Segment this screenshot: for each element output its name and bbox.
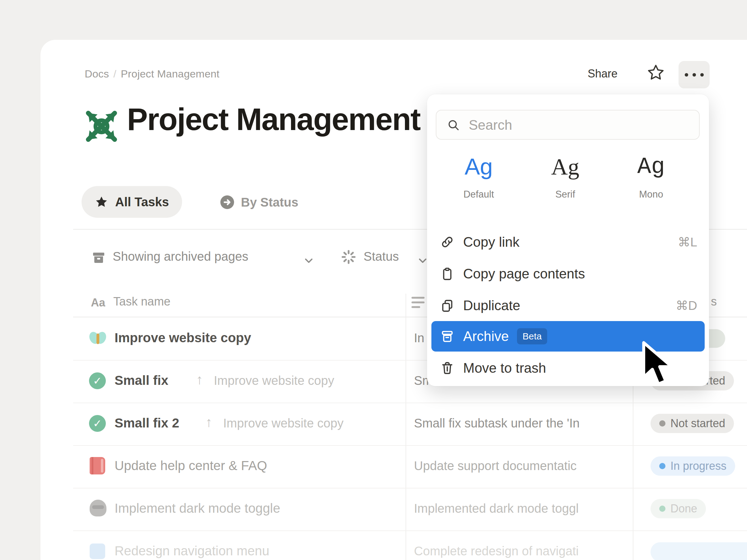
font-option-serif[interactable]: Ag Serif bbox=[531, 155, 599, 200]
menu-item-label: Duplicate bbox=[463, 298, 520, 313]
archived-filter[interactable]: Showing archived pages bbox=[113, 249, 248, 264]
link-icon bbox=[440, 235, 455, 249]
column-header-task-name[interactable]: Task name bbox=[113, 295, 171, 308]
tab-by-status[interactable]: By Status bbox=[220, 195, 299, 210]
duplicate-icon bbox=[440, 298, 455, 313]
archive-filter-icon bbox=[91, 250, 106, 265]
blue-tile-emoji-icon bbox=[89, 543, 105, 559]
status-badge[interactable]: In progress bbox=[650, 456, 735, 476]
search-icon bbox=[447, 118, 460, 132]
table-row[interactable]: Implement dark mode toggle Implemented d… bbox=[73, 488, 747, 531]
star-filled-icon bbox=[95, 195, 108, 209]
font-sample: Ag bbox=[617, 155, 686, 178]
subtask-arrow-icon: ↑ bbox=[196, 372, 203, 387]
parent-task-ref[interactable]: Improve website copy bbox=[214, 374, 334, 388]
breadcrumb-docs[interactable]: Docs bbox=[85, 68, 109, 80]
menu-item-copy-page-contents[interactable]: Copy page contents bbox=[436, 258, 700, 289]
mouse-cursor bbox=[639, 341, 675, 387]
breadcrumb: Docs/Project Management bbox=[85, 68, 220, 80]
page-icon-crossed-arrows[interactable] bbox=[80, 105, 123, 148]
favorite-star-icon[interactable] bbox=[647, 63, 665, 81]
task-title[interactable]: Small fix bbox=[114, 373, 169, 388]
status-filter[interactable]: Status bbox=[364, 249, 399, 264]
green-check-icon: ✓ bbox=[89, 372, 106, 389]
arrow-circle-icon bbox=[220, 195, 235, 210]
menu-item-label: Copy link bbox=[463, 234, 519, 250]
task-title[interactable]: Update help center & FAQ bbox=[114, 458, 267, 473]
subtask-arrow-icon: ↑ bbox=[205, 415, 212, 430]
red-book-emoji-icon bbox=[89, 457, 105, 475]
menu-item-shortcut: ⌘D bbox=[676, 298, 697, 313]
task-description: Small fix subtask under the 'In bbox=[414, 416, 579, 430]
text-lines-icon bbox=[411, 297, 425, 311]
beta-badge: Beta bbox=[517, 328, 547, 344]
more-options-button[interactable] bbox=[678, 61, 710, 88]
font-option-mono[interactable]: Ag Mono bbox=[617, 155, 686, 200]
status-badge[interactable]: Not started bbox=[650, 414, 734, 433]
menu-item-duplicate[interactable]: Duplicate ⌘D bbox=[436, 290, 700, 321]
trash-icon bbox=[440, 361, 455, 375]
menu-search-field[interactable] bbox=[436, 110, 700, 140]
menu-item-shortcut: ⌘L bbox=[678, 235, 697, 249]
fairy-emoji-icon bbox=[89, 329, 106, 347]
table-row[interactable]: Redesign navigation menu Complete redesi… bbox=[73, 530, 747, 560]
table-row[interactable]: ✓ Small fix 2 ↑ Improve website copy Sma… bbox=[73, 403, 747, 446]
font-option-default[interactable]: Ag Default bbox=[444, 155, 513, 200]
menu-item-label: Move to trash bbox=[463, 360, 546, 376]
archive-box-icon bbox=[440, 329, 455, 344]
menu-item-label: Archive bbox=[463, 328, 509, 344]
menu-item-copy-link[interactable]: Copy link ⌘L bbox=[436, 226, 700, 258]
task-description-fragment: In bbox=[414, 331, 424, 345]
status-badge bbox=[650, 542, 747, 560]
task-description: Update support documentatic bbox=[414, 459, 577, 473]
status-badge[interactable]: Done bbox=[650, 499, 706, 518]
page-title: Project Management bbox=[127, 101, 420, 137]
font-label: Mono bbox=[617, 189, 686, 200]
green-check-icon: ✓ bbox=[89, 415, 106, 432]
task-title[interactable]: Improve website copy bbox=[114, 330, 251, 345]
breadcrumb-current[interactable]: Project Management bbox=[121, 68, 220, 80]
task-description: Complete redesign of navigati bbox=[414, 544, 578, 558]
ninja-emoji-icon bbox=[89, 500, 106, 516]
menu-item-label: Copy page contents bbox=[463, 266, 585, 282]
font-label: Default bbox=[444, 189, 513, 200]
task-description: Implemented dark mode toggl bbox=[414, 502, 578, 515]
tab-all-tasks[interactable]: All Tasks bbox=[81, 186, 182, 218]
clipboard-icon bbox=[440, 267, 455, 281]
font-label: Serif bbox=[531, 189, 599, 200]
table-row[interactable]: Update help center & FAQ Update support … bbox=[73, 445, 747, 488]
tab-by-status-label: By Status bbox=[241, 195, 299, 209]
font-sample: Ag bbox=[444, 155, 513, 178]
column-header-status-fragment: s bbox=[711, 295, 717, 308]
task-title[interactable]: Redesign navigation menu bbox=[114, 543, 269, 558]
ellipsis-icon bbox=[685, 73, 704, 77]
parent-task-ref[interactable]: Improve website copy bbox=[223, 416, 344, 430]
chevron-down-icon bbox=[303, 255, 315, 267]
status-spinner-icon bbox=[340, 249, 357, 265]
text-type-icon: Aa bbox=[91, 296, 105, 309]
share-button[interactable]: Share bbox=[588, 67, 618, 80]
font-sample: Ag bbox=[531, 155, 599, 178]
task-title[interactable]: Implement dark mode toggle bbox=[114, 501, 280, 516]
tab-all-tasks-label: All Tasks bbox=[115, 195, 169, 209]
breadcrumb-separator: / bbox=[109, 68, 121, 80]
search-input[interactable] bbox=[468, 110, 693, 140]
task-title[interactable]: Small fix 2 bbox=[114, 416, 179, 431]
